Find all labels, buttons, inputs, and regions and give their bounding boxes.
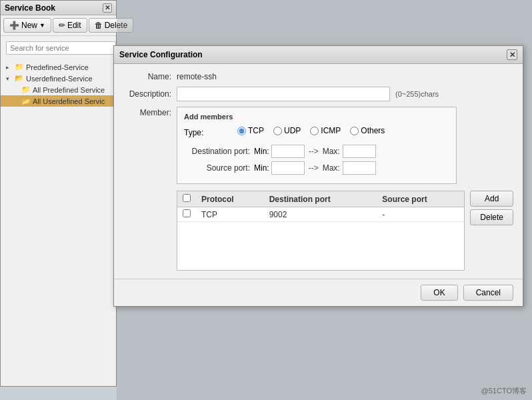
source-port-max-input[interactable] bbox=[343, 161, 376, 175]
col-dest-port: Destination port bbox=[264, 191, 377, 207]
expand-icon: ▸ bbox=[6, 64, 13, 71]
add-btn[interactable]: Add bbox=[470, 191, 513, 207]
radio-udp-label: UDP bbox=[284, 126, 301, 135]
radio-tcp-input[interactable] bbox=[237, 127, 246, 135]
description-row: Description: (0~255)chars bbox=[123, 87, 513, 101]
dropdown-icon: ▼ bbox=[39, 22, 45, 29]
description-input[interactable] bbox=[177, 87, 390, 101]
table-buttons: Add Delete bbox=[470, 191, 513, 271]
cancel-btn[interactable]: Cancel bbox=[463, 285, 513, 301]
delete-icon: 🗑 bbox=[95, 21, 103, 30]
col-checkbox bbox=[177, 191, 196, 207]
sidebar-item-all-predefined-label: All Predefined Service bbox=[33, 86, 105, 94]
dialog-titlebar: Service Configuration ✕ bbox=[114, 46, 523, 64]
service-book-title: Service Book bbox=[5, 3, 55, 13]
description-label: Description: bbox=[123, 89, 177, 99]
dest-port-row: Destination port: Min: --> Max: bbox=[184, 145, 449, 158]
service-book-titlebar: Service Book ✕ bbox=[1, 1, 116, 15]
radio-udp[interactable]: UDP bbox=[273, 126, 301, 135]
dest-max-label: Max: bbox=[323, 147, 340, 156]
sidebar-item-all-userdefined[interactable]: 📂 All Userdefined Servic bbox=[1, 95, 116, 107]
service-tree: ▸ 📁 Predefined-Service ▾ 📂 Userdefined-S… bbox=[1, 60, 116, 108]
close-icon[interactable]: ✕ bbox=[103, 3, 112, 13]
ok-btn[interactable]: OK bbox=[421, 285, 457, 301]
radio-icmp-input[interactable] bbox=[310, 127, 319, 135]
table-row[interactable]: TCP 9002 - bbox=[177, 207, 464, 222]
folder-icon-2: 📂 bbox=[15, 74, 24, 83]
new-label: New bbox=[21, 21, 37, 30]
member-label: Member: bbox=[123, 107, 177, 117]
dest-port-max-input[interactable] bbox=[343, 145, 376, 158]
watermark: @51CTO博客 bbox=[481, 386, 527, 396]
sidebar-item-all-userdefined-label: All Userdefined Servic bbox=[33, 97, 105, 105]
radio-others-input[interactable] bbox=[350, 127, 359, 135]
table-area: Protocol Destination port Source port TC… bbox=[177, 191, 513, 271]
radio-udp-input[interactable] bbox=[273, 127, 282, 135]
new-icon: ➕ bbox=[9, 21, 19, 30]
dest-port-min-input[interactable] bbox=[271, 145, 305, 158]
folder-icon: 📁 bbox=[15, 63, 24, 71]
folder-icon-3: 📁 bbox=[21, 85, 31, 94]
row-checkbox-cell bbox=[177, 207, 196, 222]
source-port-min-input[interactable] bbox=[271, 161, 305, 175]
col-source-port: Source port bbox=[377, 191, 464, 207]
folder-icon-4: 📂 bbox=[21, 97, 31, 105]
edit-label: Edit bbox=[67, 21, 81, 30]
source-port-arrow: --> bbox=[309, 163, 319, 173]
row-source-port: - bbox=[377, 207, 464, 222]
radio-others[interactable]: Others bbox=[350, 126, 385, 135]
radio-tcp[interactable]: TCP bbox=[237, 126, 264, 135]
src-min-label: Min: bbox=[254, 163, 269, 173]
row-protocol: TCP bbox=[196, 207, 264, 222]
row-checkbox[interactable] bbox=[183, 209, 191, 217]
table-header-row: Protocol Destination port Source port bbox=[177, 191, 464, 207]
radio-group: TCP UDP ICMP bbox=[237, 126, 385, 135]
expand-icon-2: ▾ bbox=[6, 75, 13, 82]
name-value: remote-ssh bbox=[177, 72, 217, 81]
search-input[interactable] bbox=[6, 41, 116, 55]
delete-btn[interactable]: Delete bbox=[470, 209, 513, 225]
select-all-checkbox[interactable] bbox=[183, 194, 191, 202]
radio-icmp-label: ICMP bbox=[321, 126, 341, 135]
dest-port-arrow: --> bbox=[309, 147, 319, 156]
service-book-toolbar: ➕ New ▼ ✏ Edit 🗑 Delete bbox=[1, 15, 116, 36]
dest-min-label: Min: bbox=[254, 147, 269, 156]
description-hint: (0~255)chars bbox=[395, 90, 439, 98]
type-label: Type: bbox=[184, 128, 237, 137]
radio-icmp[interactable]: ICMP bbox=[310, 126, 341, 135]
sidebar-item-all-predefined[interactable]: 📁 All Predefined Service bbox=[1, 84, 116, 95]
add-members-box: Add members Type: TCP UDP bbox=[177, 107, 457, 184]
dest-port-label: Destination port: bbox=[184, 147, 254, 156]
service-book-panel: Service Book ✕ ➕ New ▼ ✏ Edit 🗑 Delete bbox=[0, 0, 117, 387]
radio-others-label: Others bbox=[361, 126, 385, 135]
add-members-title: Add members bbox=[184, 113, 449, 121]
name-row: Name: remote-ssh bbox=[123, 72, 513, 81]
new-button[interactable]: ➕ New ▼ bbox=[3, 18, 51, 33]
service-config-dialog: Service Configuration ✕ Name: remote-ssh… bbox=[113, 45, 523, 307]
sidebar-item-userdefined[interactable]: ▾ 📂 Userdefined-Service bbox=[1, 73, 116, 84]
sidebar-item-predefined-label: Predefined-Service bbox=[26, 63, 89, 71]
src-max-label: Max: bbox=[323, 163, 340, 173]
dialog-footer: OK Cancel bbox=[114, 279, 523, 306]
sidebar-item-userdefined-label: Userdefined-Service bbox=[26, 75, 93, 83]
radio-tcp-label: TCP bbox=[248, 126, 264, 135]
dialog-close-btn[interactable]: ✕ bbox=[507, 49, 517, 60]
source-port-label: Source port: bbox=[184, 163, 254, 173]
edit-icon: ✏ bbox=[59, 21, 65, 30]
row-dest-port: 9002 bbox=[264, 207, 377, 222]
service-book-window: Service Book ✕ ➕ New ▼ ✏ Edit 🗑 Delete bbox=[0, 0, 532, 400]
dialog-body: Name: remote-ssh Description: (0~255)cha… bbox=[114, 64, 523, 279]
member-row: Member: Add members Type: TCP bbox=[123, 107, 513, 184]
edit-button[interactable]: ✏ Edit bbox=[53, 18, 87, 33]
col-protocol: Protocol bbox=[196, 191, 264, 207]
sidebar-item-predefined[interactable]: ▸ 📁 Predefined-Service bbox=[1, 61, 116, 73]
dialog-title: Service Configuration bbox=[119, 50, 203, 59]
name-label: Name: bbox=[123, 72, 177, 81]
type-row: Type: TCP UDP bbox=[184, 126, 449, 139]
members-table: Protocol Destination port Source port TC… bbox=[177, 191, 464, 222]
source-port-row: Source port: Min: --> Max: bbox=[184, 161, 449, 175]
data-table-wrapper: Protocol Destination port Source port TC… bbox=[177, 191, 465, 271]
